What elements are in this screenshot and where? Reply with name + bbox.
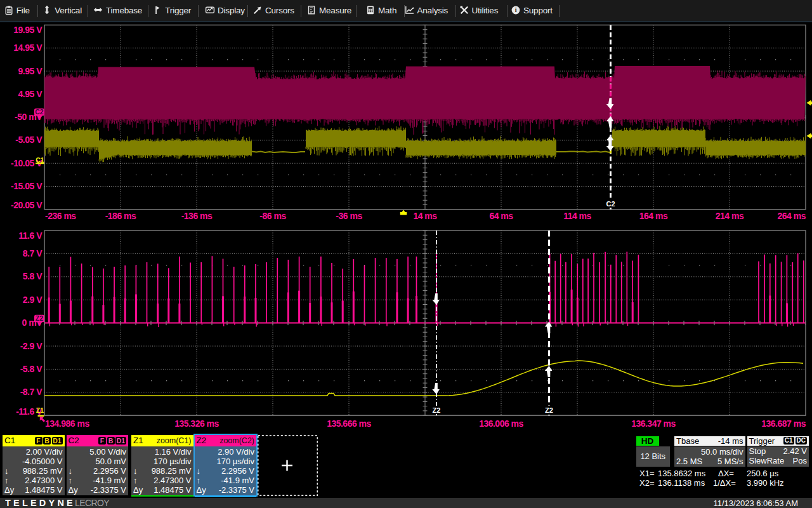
svg-text:135.666 ms: 135.666 ms (327, 418, 371, 429)
svg-text:14.95 V: 14.95 V (13, 43, 43, 53)
svg-text:19.95 V: 19.95 V (13, 25, 43, 35)
svg-text:264 ms: 264 ms (778, 211, 806, 221)
svg-text:5.8 V: 5.8 V (23, 271, 43, 281)
svg-text:-136 ms: -136 ms (181, 211, 213, 221)
svg-text:135.326 ms: 135.326 ms (174, 418, 219, 429)
svg-text:-20.05 V: -20.05 V (11, 200, 43, 210)
svg-text:8.7 V: 8.7 V (23, 248, 43, 258)
svg-text:11.6 V: 11.6 V (18, 231, 43, 241)
svg-text:-36 ms: -36 ms (336, 211, 362, 221)
svg-text:Z1: Z1 (36, 406, 44, 414)
svg-text:9.95 V: 9.95 V (18, 66, 43, 76)
svg-text:136.006 ms: 136.006 ms (479, 418, 523, 429)
svg-text:-5.8 V: -5.8 V (20, 364, 43, 374)
svg-text:214 ms: 214 ms (716, 211, 744, 221)
svg-text:Z2: Z2 (433, 406, 441, 414)
svg-text:Z2: Z2 (545, 406, 553, 414)
svg-text:164 ms: 164 ms (639, 211, 668, 221)
svg-text:-236 ms: -236 ms (45, 211, 76, 221)
svg-text:-8.7 V: -8.7 V (20, 387, 43, 397)
svg-text:114 ms: 114 ms (563, 211, 591, 221)
svg-text:-5.05 V: -5.05 V (15, 135, 43, 145)
svg-text:C2: C2 (35, 108, 44, 116)
svg-text:2.9 V: 2.9 V (23, 295, 43, 305)
svg-text:-2.9 V: -2.9 V (20, 341, 43, 351)
svg-text:-186 ms: -186 ms (105, 211, 136, 221)
svg-text:C2: C2 (606, 200, 615, 208)
svg-text:i: i (515, 6, 517, 13)
svg-text:136.347 ms: 136.347 ms (631, 418, 676, 429)
svg-text:4.95 V: 4.95 V (18, 89, 43, 99)
svg-text:136.687 ms: 136.687 ms (761, 418, 806, 429)
svg-text:-15.05 V: -15.05 V (11, 181, 43, 191)
svg-text:134.986 ms: 134.986 ms (45, 418, 89, 429)
svg-text:64 ms: 64 ms (489, 211, 513, 221)
svg-text:Z2: Z2 (36, 314, 43, 322)
svg-text:14 ms: 14 ms (413, 211, 437, 221)
svg-text:-86 ms: -86 ms (259, 211, 286, 221)
